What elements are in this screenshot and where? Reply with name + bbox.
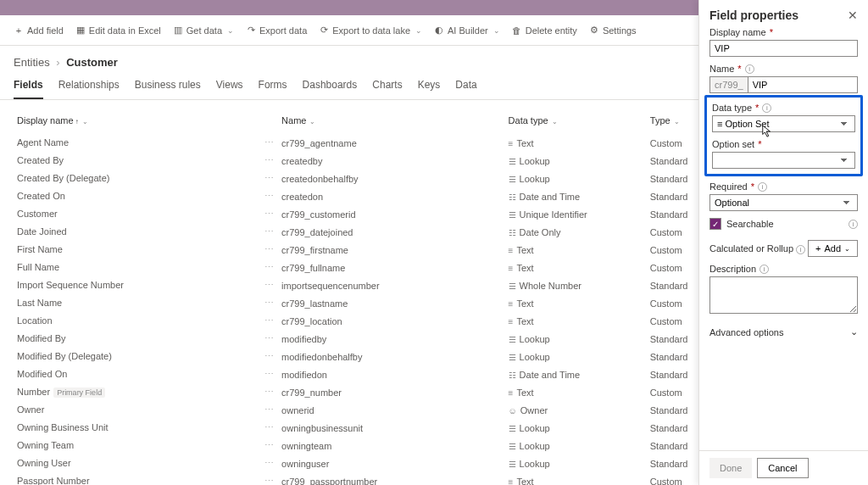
info-icon[interactable]: i xyxy=(796,245,805,254)
tab-data[interactable]: Data xyxy=(455,79,476,99)
get-data-button[interactable]: ▥Get data⌄ xyxy=(173,25,234,36)
highlighted-section: Data type*i ≡ Option Set Option set* xyxy=(704,95,863,176)
required-label: Required*i xyxy=(709,181,858,192)
name-prefix: cr799_ xyxy=(709,76,748,93)
tab-charts[interactable]: Charts xyxy=(372,79,402,99)
row-menu-icon[interactable]: ⋯ xyxy=(264,262,275,273)
info-icon[interactable]: i xyxy=(760,265,769,274)
row-menu-icon[interactable]: ⋯ xyxy=(264,476,275,485)
row-menu-icon[interactable]: ⋯ xyxy=(264,226,275,237)
datatype-icon: ≡ xyxy=(509,317,514,326)
row-menu-icon[interactable]: ⋯ xyxy=(264,333,275,344)
tab-business-rules[interactable]: Business rules xyxy=(135,79,201,99)
tab-views[interactable]: Views xyxy=(216,79,243,99)
breadcrumb-current: Customer xyxy=(66,56,118,69)
get-data-label: Get data xyxy=(186,25,222,36)
row-menu-icon[interactable]: ⋯ xyxy=(264,280,275,291)
tab-fields[interactable]: Fields xyxy=(14,79,43,99)
row-menu-icon[interactable]: ⋯ xyxy=(264,191,275,202)
info-icon[interactable]: i xyxy=(849,220,858,229)
required-select[interactable]: Optional xyxy=(709,194,858,211)
edit-excel-button[interactable]: ▦Edit data in Excel xyxy=(75,25,161,36)
breadcrumb-sep: › xyxy=(56,56,59,69)
row-menu-icon[interactable]: ⋯ xyxy=(264,315,275,326)
row-menu-icon[interactable]: ⋯ xyxy=(264,351,275,362)
chevron-down-icon[interactable]: ⌄ xyxy=(82,118,88,125)
add-button[interactable]: +Add⌄ xyxy=(808,240,858,257)
info-icon[interactable]: i xyxy=(745,64,754,74)
settings-label: Settings xyxy=(603,25,637,36)
row-menu-icon[interactable]: ⋯ xyxy=(264,404,275,415)
info-icon[interactable]: i xyxy=(758,182,767,192)
delete-entity-button[interactable]: 🗑Delete entity xyxy=(512,25,577,36)
chevron-down-icon: ⌄ xyxy=(415,26,422,35)
row-menu-icon[interactable]: ⋯ xyxy=(264,173,275,184)
datatype-icon: ≡ xyxy=(509,246,514,255)
option-set-label: Option set* xyxy=(712,139,855,149)
field-properties-panel: Field properties ✕ Display name* Name*i … xyxy=(698,0,868,485)
row-menu-icon[interactable]: ⋯ xyxy=(264,369,275,380)
col-name[interactable]: Name xyxy=(281,115,306,125)
chevron-down-icon[interactable]: ⌄ xyxy=(552,118,558,125)
name-input[interactable] xyxy=(748,76,858,93)
chevron-down-icon: ⌄ xyxy=(493,26,500,35)
col-display[interactable]: Display name xyxy=(17,115,74,125)
datatype-icon: ☺ xyxy=(509,406,517,415)
row-menu-icon[interactable]: ⋯ xyxy=(264,458,275,469)
option-set-select[interactable] xyxy=(712,152,855,169)
row-menu-icon[interactable]: ⋯ xyxy=(264,244,275,255)
breadcrumb-root[interactable]: Entities xyxy=(14,56,50,69)
info-icon[interactable]: i xyxy=(762,103,771,113)
datatype-icon: ≡ xyxy=(509,477,514,486)
row-menu-icon[interactable]: ⋯ xyxy=(264,155,275,166)
data-type-select[interactable]: ≡ Option Set xyxy=(712,115,855,132)
lake-icon: ⟳ xyxy=(319,25,329,36)
cancel-button[interactable]: Cancel xyxy=(757,458,808,478)
settings-button[interactable]: ⚙Settings xyxy=(589,25,637,36)
searchable-checkbox[interactable]: ✓ xyxy=(709,218,721,230)
advanced-options-toggle[interactable]: Advanced options ⌄ xyxy=(709,326,858,337)
data-icon: ▥ xyxy=(173,25,183,36)
gear-icon: ⚙ xyxy=(589,25,599,36)
display-name-input[interactable] xyxy=(709,40,858,57)
chevron-down-icon[interactable]: ⌄ xyxy=(674,118,680,125)
add-field-button[interactable]: +Add field xyxy=(14,25,64,36)
datatype-icon: ☰ xyxy=(509,335,516,344)
chevron-down-icon: ⌄ xyxy=(227,26,234,35)
description-textarea[interactable] xyxy=(709,276,858,314)
close-button[interactable]: ✕ xyxy=(848,8,858,22)
datatype-icon: ≡ xyxy=(509,139,514,148)
tab-keys[interactable]: Keys xyxy=(418,79,441,99)
tab-dashboards[interactable]: Dashboards xyxy=(303,79,358,99)
ai-icon: ◐ xyxy=(434,25,444,36)
panel-title: Field properties xyxy=(709,8,798,22)
chevron-down-icon[interactable]: ⌄ xyxy=(309,118,315,125)
done-button[interactable]: Done xyxy=(709,458,752,478)
row-menu-icon[interactable]: ⋯ xyxy=(264,298,275,309)
rollup-label: Calculated or Rollup i xyxy=(709,243,805,254)
name-label: Name*i xyxy=(709,64,858,74)
sort-asc-icon: ↑ xyxy=(75,118,79,125)
tab-forms[interactable]: Forms xyxy=(259,79,287,99)
delete-entity-label: Delete entity xyxy=(526,25,577,36)
export-data-button[interactable]: ↷Export data xyxy=(246,25,307,36)
datatype-icon: ☰ xyxy=(509,157,516,166)
datatype-icon: ☰ xyxy=(509,282,516,291)
datatype-icon: ☷ xyxy=(509,371,516,380)
row-menu-icon[interactable]: ⋯ xyxy=(264,387,275,398)
ai-builder-label: AI Builder xyxy=(448,25,488,36)
col-type[interactable]: Type xyxy=(650,115,670,125)
row-menu-icon[interactable]: ⋯ xyxy=(264,440,275,451)
excel-icon: ▦ xyxy=(75,25,86,36)
datatype-icon: ☰ xyxy=(509,210,516,220)
export-lake-button[interactable]: ⟳Export to data lake⌄ xyxy=(319,25,422,36)
row-menu-icon[interactable]: ⋯ xyxy=(264,137,275,148)
data-type-label: Data type*i xyxy=(712,103,855,113)
row-menu-icon[interactable]: ⋯ xyxy=(264,422,275,433)
col-datatype[interactable]: Data type xyxy=(509,115,548,125)
tab-relationships[interactable]: Relationships xyxy=(58,79,120,99)
row-menu-icon[interactable]: ⋯ xyxy=(264,209,275,220)
ai-builder-button[interactable]: ◐AI Builder⌄ xyxy=(434,25,500,36)
plus-icon: + xyxy=(815,243,821,254)
display-name-label: Display name* xyxy=(709,27,858,37)
